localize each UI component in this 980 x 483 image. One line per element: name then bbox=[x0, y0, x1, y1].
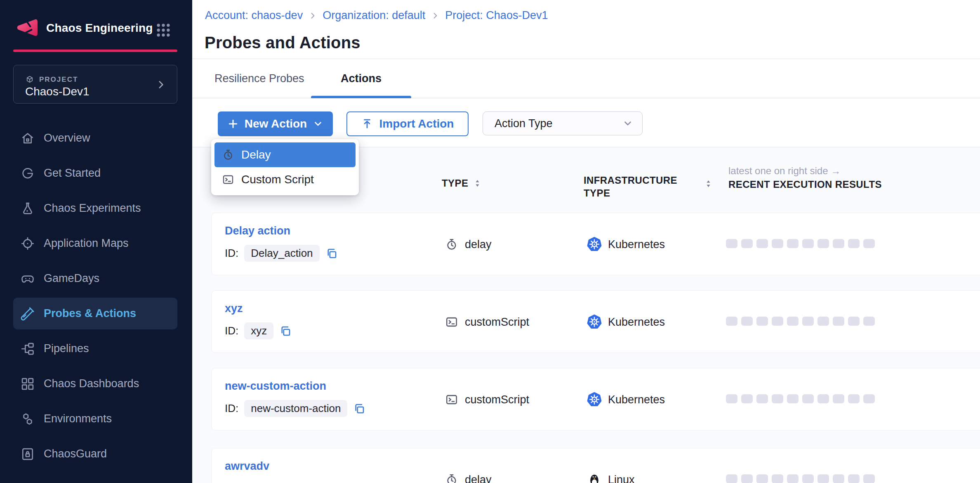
copy-icon[interactable] bbox=[325, 247, 338, 260]
execution-result-placeholder bbox=[726, 317, 737, 326]
execution-result-placeholder bbox=[848, 239, 860, 248]
sidebar: Chaos Engineering PROJECT Chaos-Dev1 Ove… bbox=[0, 0, 192, 483]
type-cell: delay bbox=[445, 213, 492, 276]
project-label: PROJECT bbox=[39, 76, 78, 84]
copy-icon[interactable] bbox=[279, 325, 292, 337]
sidebar-item-label: Get Started bbox=[44, 167, 101, 180]
kubernetes-icon bbox=[587, 314, 602, 330]
execution-result-placeholder bbox=[726, 394, 737, 403]
module-switcher-grid-icon[interactable] bbox=[155, 22, 172, 39]
execution-result-placeholder bbox=[848, 394, 860, 403]
execution-result-placeholder bbox=[848, 317, 860, 326]
terminal-icon bbox=[445, 315, 458, 329]
action-id-row: ID: Delay_action bbox=[225, 245, 338, 262]
column-header-type[interactable]: TYPE bbox=[442, 178, 480, 189]
breadcrumb-account-link[interactable]: Account: chaos-dev bbox=[205, 9, 303, 22]
action-id-row: ID: xyz bbox=[225, 322, 292, 339]
sidebar-item-label: Application Maps bbox=[44, 237, 129, 250]
action-type-filter-select[interactable]: Action Type bbox=[483, 111, 643, 135]
action-id-value: xyz bbox=[244, 322, 273, 339]
tab-resilience-probes[interactable]: Resilience Probes bbox=[214, 59, 304, 98]
infrastructure-cell: Kubernetes bbox=[587, 213, 665, 276]
type-cell: customScript bbox=[445, 368, 529, 431]
stopwatch-icon bbox=[222, 149, 234, 161]
sidebar-item-overview[interactable]: Overview bbox=[13, 122, 177, 154]
execution-result-placeholder bbox=[756, 239, 768, 248]
chevron-down-icon bbox=[622, 118, 633, 129]
action-name-link[interactable]: Delay action bbox=[225, 225, 290, 237]
action-name-link[interactable]: awrvadv bbox=[225, 460, 269, 473]
new-action-button[interactable]: New Action bbox=[218, 111, 333, 136]
menu-item-delay[interactable]: Delay bbox=[214, 142, 356, 167]
pipeline-icon bbox=[20, 341, 35, 356]
sidebar-item-chaosguard[interactable]: ChaosGuard bbox=[13, 438, 177, 470]
action-name-link[interactable]: xyz bbox=[225, 302, 243, 315]
execution-result-placeholder bbox=[863, 239, 875, 248]
tab-actions[interactable]: Actions bbox=[311, 59, 411, 98]
target-icon bbox=[20, 236, 35, 251]
infrastructure-cell: Linux bbox=[587, 448, 635, 483]
action-id-row: ID: new-custom-action bbox=[225, 400, 365, 417]
get-started-icon bbox=[20, 166, 35, 181]
action-type-filter-value: Action Type bbox=[495, 117, 553, 130]
sidebar-item-environments[interactable]: Environments bbox=[13, 403, 177, 435]
sidebar-item-get-started[interactable]: Get Started bbox=[13, 157, 177, 189]
terminal-icon bbox=[445, 393, 458, 406]
brand-title: Chaos Engineering bbox=[46, 21, 153, 35]
breadcrumb-project-link[interactable]: Project: Chaos-Dev1 bbox=[445, 9, 548, 22]
execution-result-placeholder bbox=[833, 317, 844, 326]
results-order-hint: latest one on right side → bbox=[728, 165, 841, 177]
execution-result-placeholder bbox=[817, 394, 829, 403]
execution-result-placeholder bbox=[802, 394, 814, 403]
stopwatch-icon bbox=[445, 473, 458, 483]
main-content: Account: chaos-dev Organization: default… bbox=[192, 0, 980, 483]
sidebar-item-label: ChaosGuard bbox=[44, 447, 107, 460]
upload-icon bbox=[361, 118, 373, 130]
execution-result-placeholder bbox=[787, 394, 799, 403]
sidebar-item-pipelines[interactable]: Pipelines bbox=[13, 333, 177, 365]
execution-result-placeholder bbox=[756, 474, 768, 483]
column-header-infrastructure-type[interactable]: INFRASTRUCTURE TYPE bbox=[584, 174, 678, 199]
action-row-new-custom-action: new-custom-action ID: new-custom-action … bbox=[211, 368, 980, 431]
type-cell: customScript bbox=[445, 291, 529, 353]
sort-icon[interactable] bbox=[475, 180, 480, 187]
execution-result-placeholder bbox=[802, 239, 814, 248]
breadcrumb-organization-link[interactable]: Organization: default bbox=[323, 9, 425, 22]
recent-execution-placeholders bbox=[726, 317, 875, 326]
execution-result-placeholder bbox=[787, 474, 799, 483]
gamepad-icon bbox=[20, 271, 35, 286]
action-name-link[interactable]: new-custom-action bbox=[225, 380, 326, 393]
breadcrumb: Account: chaos-dev Organization: default… bbox=[205, 9, 548, 22]
sidebar-item-chaos-experiments[interactable]: Chaos Experiments bbox=[13, 192, 177, 224]
sidebar-item-chaos-dashboards[interactable]: Chaos Dashboards bbox=[13, 368, 177, 400]
sidebar-item-probes-and-actions[interactable]: Probes & Actions bbox=[13, 298, 177, 329]
execution-result-placeholder bbox=[772, 394, 783, 403]
menu-item-custom-script[interactable]: Custom Script bbox=[214, 167, 356, 192]
execution-result-placeholder bbox=[817, 474, 829, 483]
test-tube-icon bbox=[20, 306, 35, 321]
execution-result-placeholder bbox=[741, 474, 753, 483]
new-action-dropdown-menu: Delay Custom Script bbox=[211, 139, 359, 195]
execution-result-placeholder bbox=[756, 394, 768, 403]
execution-result-placeholder bbox=[741, 394, 753, 403]
copy-icon[interactable] bbox=[353, 402, 365, 415]
id-label: ID: bbox=[225, 324, 238, 337]
execution-result-placeholder bbox=[833, 474, 844, 483]
sidebar-item-gamedays[interactable]: GameDays bbox=[13, 263, 177, 294]
execution-result-placeholder bbox=[741, 317, 753, 326]
execution-result-placeholder bbox=[772, 474, 783, 483]
shield-lock-icon bbox=[20, 447, 35, 462]
sort-icon[interactable] bbox=[706, 180, 711, 187]
execution-result-placeholder bbox=[726, 239, 737, 248]
chevron-right-icon bbox=[431, 12, 439, 20]
project-selector[interactable]: PROJECT Chaos-Dev1 bbox=[13, 65, 177, 104]
execution-result-placeholder bbox=[756, 317, 768, 326]
column-header-recent-execution-results: RECENT EXECUTION RESULTS bbox=[728, 179, 882, 190]
id-label: ID: bbox=[225, 247, 238, 260]
import-action-button[interactable]: Import Action bbox=[346, 111, 469, 136]
kubernetes-icon bbox=[587, 392, 602, 407]
recent-execution-placeholders bbox=[726, 239, 875, 248]
infrastructure-cell: Kubernetes bbox=[587, 291, 665, 353]
sidebar-item-application-maps[interactable]: Application Maps bbox=[13, 227, 177, 259]
chevron-down-icon bbox=[313, 118, 323, 129]
